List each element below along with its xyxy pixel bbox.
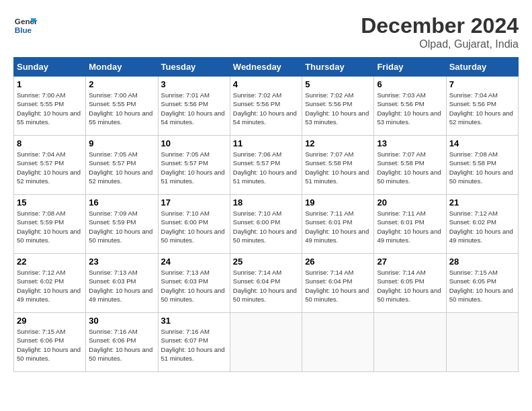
day-number: 9 xyxy=(89,138,154,148)
calendar-cell: 8Sunrise: 7:04 AMSunset: 5:57 PMDaylight… xyxy=(14,136,86,195)
day-number: 15 xyxy=(17,197,83,208)
day-number: 21 xyxy=(449,197,515,208)
calendar-cell: 18Sunrise: 7:10 AMSunset: 6:00 PMDayligh… xyxy=(230,195,302,254)
day-number: 3 xyxy=(161,79,227,89)
day-number: 5 xyxy=(305,79,371,89)
day-number: 4 xyxy=(233,79,299,89)
day-number: 31 xyxy=(161,316,227,326)
calendar-cell: 15Sunrise: 7:08 AMSunset: 5:59 PMDayligh… xyxy=(14,195,86,254)
day-info: Sunrise: 7:13 AMSunset: 6:03 PMDaylight:… xyxy=(89,268,154,304)
day-info: Sunrise: 7:04 AMSunset: 5:56 PMDaylight:… xyxy=(449,91,515,126)
day-number: 17 xyxy=(161,197,227,208)
calendar-cell: 27Sunrise: 7:14 AMSunset: 6:05 PMDayligh… xyxy=(374,254,446,313)
calendar-cell xyxy=(230,313,302,372)
calendar-cell: 5Sunrise: 7:02 AMSunset: 5:56 PMDaylight… xyxy=(302,77,374,136)
calendar-cell: 14Sunrise: 7:08 AMSunset: 5:58 PMDayligh… xyxy=(446,136,518,195)
day-info: Sunrise: 7:07 AMSunset: 5:58 PMDaylight:… xyxy=(377,150,443,185)
day-number: 12 xyxy=(305,138,371,148)
calendar-week-row: 8Sunrise: 7:04 AMSunset: 5:57 PMDaylight… xyxy=(14,136,519,195)
day-number: 8 xyxy=(17,138,83,148)
calendar-cell: 13Sunrise: 7:07 AMSunset: 5:58 PMDayligh… xyxy=(374,136,446,195)
day-number: 7 xyxy=(449,79,515,89)
day-info: Sunrise: 7:15 AMSunset: 6:06 PMDaylight:… xyxy=(17,327,83,363)
header-sunday: Sunday xyxy=(14,58,86,77)
header-monday: Monday xyxy=(86,58,158,77)
calendar-cell: 30Sunrise: 7:16 AMSunset: 6:06 PMDayligh… xyxy=(86,313,158,372)
calendar-cell: 1Sunrise: 7:00 AMSunset: 5:55 PMDaylight… xyxy=(14,77,86,136)
day-number: 30 xyxy=(89,316,154,326)
day-info: Sunrise: 7:07 AMSunset: 5:58 PMDaylight:… xyxy=(305,150,371,185)
calendar-week-row: 1Sunrise: 7:00 AMSunset: 5:55 PMDaylight… xyxy=(14,77,519,136)
calendar-cell: 22Sunrise: 7:12 AMSunset: 6:02 PMDayligh… xyxy=(14,254,86,313)
location: Olpad, Gujarat, India xyxy=(361,38,519,50)
calendar-cell: 31Sunrise: 7:16 AMSunset: 6:07 PMDayligh… xyxy=(158,313,230,372)
calendar-cell: 17Sunrise: 7:10 AMSunset: 6:00 PMDayligh… xyxy=(158,195,230,254)
calendar-week-row: 15Sunrise: 7:08 AMSunset: 5:59 PMDayligh… xyxy=(14,195,519,254)
day-number: 10 xyxy=(161,138,227,148)
day-number: 25 xyxy=(233,257,299,267)
calendar-cell: 25Sunrise: 7:14 AMSunset: 6:04 PMDayligh… xyxy=(230,254,302,313)
month-title: December 2024 xyxy=(361,13,519,38)
day-info: Sunrise: 7:05 AMSunset: 5:57 PMDaylight:… xyxy=(161,150,227,185)
day-number: 27 xyxy=(377,257,443,267)
day-number: 22 xyxy=(17,257,83,267)
day-number: 24 xyxy=(161,257,227,267)
title-block: December 2024 Olpad, Gujarat, India xyxy=(361,13,519,50)
header-friday: Friday xyxy=(374,58,446,77)
calendar-cell: 21Sunrise: 7:12 AMSunset: 6:02 PMDayligh… xyxy=(446,195,518,254)
day-info: Sunrise: 7:16 AMSunset: 6:07 PMDaylight:… xyxy=(161,327,227,363)
day-info: Sunrise: 7:04 AMSunset: 5:57 PMDaylight:… xyxy=(17,150,83,185)
calendar-table: Sunday Monday Tuesday Wednesday Thursday… xyxy=(13,57,519,372)
day-info: Sunrise: 7:03 AMSunset: 5:56 PMDaylight:… xyxy=(377,91,443,126)
day-info: Sunrise: 7:02 AMSunset: 5:56 PMDaylight:… xyxy=(233,91,299,126)
day-info: Sunrise: 7:10 AMSunset: 6:00 PMDaylight:… xyxy=(161,209,227,244)
calendar-cell: 4Sunrise: 7:02 AMSunset: 5:56 PMDaylight… xyxy=(230,77,302,136)
day-info: Sunrise: 7:11 AMSunset: 6:01 PMDaylight:… xyxy=(305,209,371,244)
calendar-cell: 26Sunrise: 7:14 AMSunset: 6:04 PMDayligh… xyxy=(302,254,374,313)
day-info: Sunrise: 7:13 AMSunset: 6:03 PMDaylight:… xyxy=(161,268,227,304)
day-number: 6 xyxy=(377,79,443,89)
day-info: Sunrise: 7:08 AMSunset: 5:58 PMDaylight:… xyxy=(449,150,515,185)
calendar-cell xyxy=(374,313,446,372)
day-number: 19 xyxy=(305,197,371,208)
calendar-cell: 16Sunrise: 7:09 AMSunset: 5:59 PMDayligh… xyxy=(86,195,158,254)
calendar-week-row: 29Sunrise: 7:15 AMSunset: 6:06 PMDayligh… xyxy=(14,313,519,372)
calendar-week-row: 22Sunrise: 7:12 AMSunset: 6:02 PMDayligh… xyxy=(14,254,519,313)
day-info: Sunrise: 7:02 AMSunset: 5:56 PMDaylight:… xyxy=(305,91,371,126)
calendar-cell: 2Sunrise: 7:00 AMSunset: 5:55 PMDaylight… xyxy=(86,77,158,136)
header-saturday: Saturday xyxy=(446,58,518,77)
day-info: Sunrise: 7:00 AMSunset: 5:55 PMDaylight:… xyxy=(89,91,154,126)
day-info: Sunrise: 7:15 AMSunset: 6:05 PMDaylight:… xyxy=(449,268,515,304)
calendar-cell: 29Sunrise: 7:15 AMSunset: 6:06 PMDayligh… xyxy=(14,313,86,372)
calendar-cell: 7Sunrise: 7:04 AMSunset: 5:56 PMDaylight… xyxy=(446,77,518,136)
day-number: 14 xyxy=(449,138,515,148)
calendar-cell xyxy=(302,313,374,372)
day-info: Sunrise: 7:12 AMSunset: 6:02 PMDaylight:… xyxy=(449,209,515,244)
day-info: Sunrise: 7:06 AMSunset: 5:57 PMDaylight:… xyxy=(233,150,299,185)
svg-text:Blue: Blue xyxy=(15,26,32,34)
day-number: 13 xyxy=(377,138,443,148)
day-info: Sunrise: 7:05 AMSunset: 5:57 PMDaylight:… xyxy=(89,150,154,185)
day-number: 23 xyxy=(89,257,154,267)
calendar-cell: 19Sunrise: 7:11 AMSunset: 6:01 PMDayligh… xyxy=(302,195,374,254)
day-info: Sunrise: 7:16 AMSunset: 6:06 PMDaylight:… xyxy=(89,327,154,363)
header-tuesday: Tuesday xyxy=(158,58,230,77)
header-thursday: Thursday xyxy=(302,58,374,77)
calendar-cell: 20Sunrise: 7:11 AMSunset: 6:01 PMDayligh… xyxy=(374,195,446,254)
day-info: Sunrise: 7:14 AMSunset: 6:05 PMDaylight:… xyxy=(377,268,443,304)
day-number: 1 xyxy=(17,79,83,89)
day-number: 16 xyxy=(89,197,154,208)
calendar-cell: 28Sunrise: 7:15 AMSunset: 6:05 PMDayligh… xyxy=(446,254,518,313)
calendar-cell: 6Sunrise: 7:03 AMSunset: 5:56 PMDaylight… xyxy=(374,77,446,136)
day-info: Sunrise: 7:08 AMSunset: 5:59 PMDaylight:… xyxy=(17,209,83,244)
day-info: Sunrise: 7:14 AMSunset: 6:04 PMDaylight:… xyxy=(233,268,299,304)
calendar-cell: 11Sunrise: 7:06 AMSunset: 5:57 PMDayligh… xyxy=(230,136,302,195)
day-info: Sunrise: 7:09 AMSunset: 5:59 PMDaylight:… xyxy=(89,209,154,244)
calendar-cell: 10Sunrise: 7:05 AMSunset: 5:57 PMDayligh… xyxy=(158,136,230,195)
day-info: Sunrise: 7:00 AMSunset: 5:55 PMDaylight:… xyxy=(17,91,83,126)
day-info: Sunrise: 7:01 AMSunset: 5:56 PMDaylight:… xyxy=(161,91,227,126)
day-number: 20 xyxy=(377,197,443,208)
day-number: 29 xyxy=(17,316,83,326)
weekday-header-row: Sunday Monday Tuesday Wednesday Thursday… xyxy=(14,58,519,77)
header-wednesday: Wednesday xyxy=(230,58,302,77)
